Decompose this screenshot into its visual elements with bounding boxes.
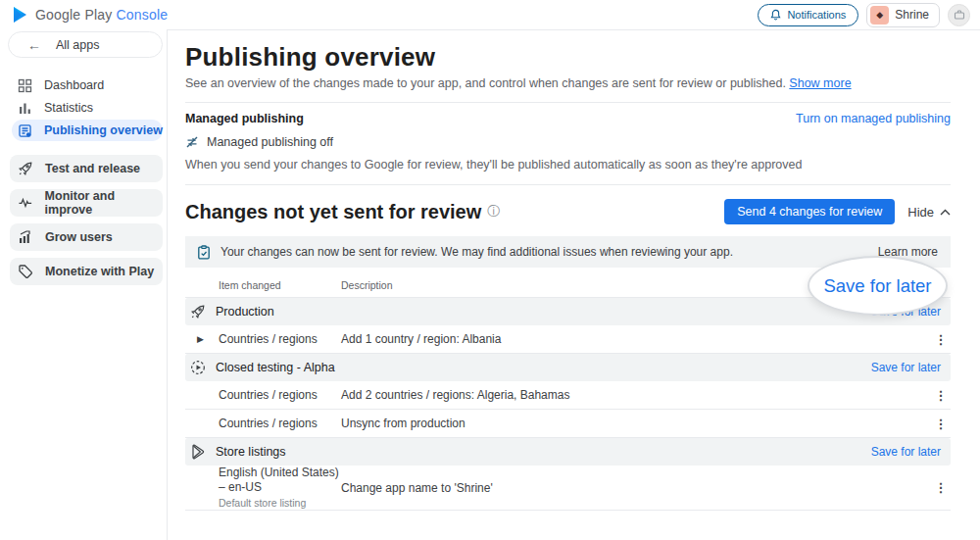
back-arrow-icon: ← <box>27 38 41 52</box>
back-to-all-apps[interactable]: ← All apps <box>8 31 163 58</box>
row-menu-button[interactable]: ⋮ <box>931 388 951 403</box>
managed-publishing-description: When you send your changes to Google for… <box>185 158 951 172</box>
row-menu-button[interactable]: ⋮ <box>931 332 951 347</box>
group-row-closed-testing: Closed testing - Alpha Save for later <box>185 354 951 381</box>
closed-testing-icon <box>190 360 206 375</box>
page-title: Publishing overview <box>185 42 951 73</box>
growth-chart-icon <box>18 229 33 245</box>
default-store-listing-label: Default store listing <box>219 497 341 510</box>
shrine-app-icon: ◆ <box>870 6 889 25</box>
save-for-later-link[interactable]: Save for later <box>871 361 941 374</box>
page-subtitle: See an overview of the changes made to y… <box>185 76 951 90</box>
save-for-later-magnifier[interactable]: Save for later <box>808 256 948 316</box>
chevron-up-icon <box>940 209 951 216</box>
bell-icon <box>770 9 781 21</box>
play-triangle-icon <box>12 6 28 24</box>
sidebar-section-grow-users[interactable]: Grow users <box>10 223 163 251</box>
sidebar-sections: Test and release Monitor and improve Gro… <box>0 155 167 285</box>
expand-row-icon[interactable]: ▶ <box>185 334 204 344</box>
sidebar-item-dashboard[interactable]: Dashboard <box>12 74 163 96</box>
row-menu-button[interactable]: ⋮ <box>931 417 951 431</box>
hide-toggle[interactable]: Hide <box>907 205 951 220</box>
profile-avatar[interactable] <box>948 4 970 26</box>
notifications-button[interactable]: Notifications <box>758 4 858 26</box>
sidebar-section-monetize-with-play[interactable]: Monetize with Play <box>10 258 163 285</box>
divider <box>185 102 951 103</box>
group-row-store-listings: Store listings Save for later <box>185 438 951 466</box>
changes-actions: Send 4 changes for review Hide <box>724 199 951 224</box>
store-listing-icon <box>190 444 206 460</box>
pulse-icon <box>18 195 33 211</box>
turn-on-managed-publishing-link[interactable]: Turn on managed publishing <box>796 112 951 125</box>
app-switcher-chip[interactable]: ◆ Shrine <box>866 3 940 27</box>
rocket-icon <box>190 304 206 319</box>
top-bar: Google Play Console Notifications ◆ Shri… <box>0 0 980 29</box>
table-row: Countries / regions Add 2 countries / re… <box>185 381 951 410</box>
sidebar-nav: Dashboard Statistics Publishing overview <box>0 74 167 141</box>
google-play-console-logo[interactable]: Google Play Console <box>12 6 168 24</box>
save-for-later-link[interactable]: Save for later <box>871 445 941 459</box>
tag-icon <box>18 264 33 279</box>
sidebar-section-monitor-and-improve[interactable]: Monitor and improve <box>10 189 163 217</box>
managed-publishing-header: Managed publishing Turn on managed publi… <box>185 112 951 125</box>
sidebar-section-test-and-release[interactable]: Test and release <box>10 155 163 182</box>
sidebar-item-statistics[interactable]: Statistics <box>12 97 163 119</box>
clipboard-check-icon <box>197 245 211 260</box>
info-icon[interactable]: ⓘ <box>487 203 500 221</box>
table-row: Countries / regions Unsync from producti… <box>185 410 951 438</box>
sidebar-item-publishing-overview[interactable]: Publishing overview <box>12 120 163 141</box>
column-item-changed: Item changed <box>219 279 341 297</box>
table-row: ▶ Countries / regions Add 1 country / re… <box>185 325 951 354</box>
managed-publishing-status: Managed publishing off <box>185 135 951 149</box>
play-console-page: Google Play Console Notifications ◆ Shri… <box>0 0 980 540</box>
managed-publishing-title: Managed publishing <box>185 112 304 125</box>
row-menu-button[interactable]: ⋮ <box>931 480 951 495</box>
table-row: English (United States) – en-US Default … <box>185 466 951 511</box>
managed-publishing-off-icon <box>185 135 199 149</box>
rocket-icon <box>18 161 33 176</box>
publishing-overview-icon <box>18 123 32 138</box>
briefcase-icon <box>954 9 965 21</box>
all-apps-label: All apps <box>56 38 99 52</box>
topbar-actions: Notifications ◆ Shrine <box>758 3 970 27</box>
changes-table: Item changed Description Production Save… <box>185 279 951 511</box>
send-changes-button[interactable]: Send 4 changes for review <box>724 199 895 224</box>
changes-section-header: Changes not yet sent for review ⓘ Send 4… <box>185 199 951 224</box>
sidebar: ← All apps Dashboard Statistics <box>0 29 167 540</box>
divider <box>185 184 951 185</box>
notifications-label: Notifications <box>787 9 846 21</box>
banner-text: Your changes can now be sent for review.… <box>220 245 733 259</box>
statistics-icon <box>18 101 32 116</box>
app-name: Shrine <box>895 8 929 22</box>
show-more-link[interactable]: Show more <box>789 76 851 90</box>
changes-title: Changes not yet sent for review <box>185 201 481 223</box>
logo-text: Google Play Console <box>35 7 168 23</box>
dashboard-icon <box>18 78 32 93</box>
